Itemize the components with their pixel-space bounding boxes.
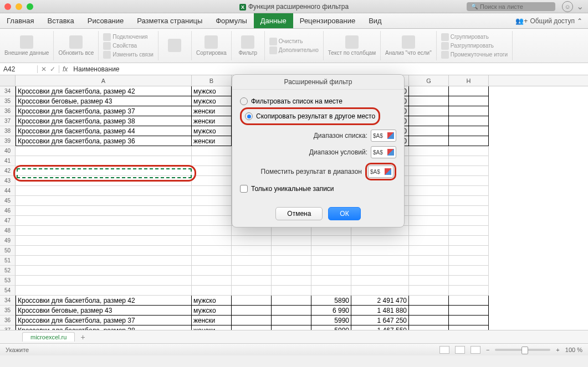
cell[interactable] — [449, 325, 489, 330]
copy-to-location-option[interactable]: Скопировать результат в другое место — [245, 112, 375, 120]
cell[interactable] — [449, 306, 489, 316]
cell[interactable] — [16, 226, 192, 236]
cell[interactable] — [449, 216, 489, 226]
cell[interactable] — [351, 236, 409, 246]
row-header[interactable]: 44 — [0, 186, 16, 196]
cell[interactable] — [272, 325, 311, 330]
cell[interactable] — [232, 296, 272, 306]
cell[interactable] — [449, 176, 489, 186]
row-header[interactable]: 38 — [0, 126, 16, 136]
cell[interactable] — [192, 266, 232, 276]
cell[interactable] — [16, 286, 192, 296]
row-header[interactable]: 46 — [0, 206, 16, 216]
cell[interactable] — [192, 176, 232, 186]
row-header[interactable]: 37 — [0, 116, 16, 126]
cell[interactable]: мужско — [192, 126, 232, 136]
properties-button[interactable]: Свойства — [103, 42, 137, 50]
cell[interactable] — [192, 206, 232, 216]
row-header[interactable]: 52 — [0, 266, 16, 276]
sort-az-button[interactable] — [158, 31, 192, 60]
cell[interactable] — [449, 186, 489, 196]
edit-links-button[interactable]: Изменить связи — [103, 51, 154, 59]
unique-records-checkbox[interactable]: Только уникальные записи — [240, 185, 396, 193]
table-row[interactable]: 53 — [0, 276, 588, 286]
cell[interactable] — [192, 186, 232, 196]
cell[interactable] — [311, 276, 351, 286]
cell[interactable] — [272, 236, 311, 246]
share-button[interactable]: 👥+Общий доступ ⌃ — [510, 17, 588, 25]
col-header-g[interactable]: G — [409, 75, 449, 86]
row-header[interactable]: 48 — [0, 226, 16, 236]
cell[interactable] — [449, 116, 489, 126]
cell[interactable]: 1 481 880 — [351, 306, 409, 316]
cell[interactable]: мужско — [192, 306, 232, 316]
cell[interactable] — [192, 256, 232, 266]
cell[interactable] — [409, 116, 449, 126]
col-header-a[interactable]: A — [16, 75, 192, 86]
cell[interactable] — [409, 246, 449, 256]
chevron-down-icon[interactable]: ⌄ — [576, 1, 584, 12]
page-layout-view-button[interactable] — [455, 346, 465, 354]
zoom-out-button[interactable]: − — [486, 347, 489, 353]
cell[interactable]: 1 647 250 — [351, 316, 409, 325]
cell[interactable] — [449, 246, 489, 256]
refresh-button[interactable]: Обновить все — [54, 31, 99, 60]
tab-draw[interactable]: Рисование — [81, 13, 130, 28]
cell[interactable] — [449, 226, 489, 236]
cell[interactable]: 5990 — [311, 316, 351, 325]
cell[interactable] — [449, 236, 489, 246]
row-header[interactable]: 47 — [0, 216, 16, 226]
cell[interactable] — [272, 316, 311, 325]
clear-button[interactable]: Очистить — [269, 38, 303, 45]
cell[interactable] — [192, 196, 232, 206]
row-header[interactable]: 49 — [0, 236, 16, 246]
cell[interactable] — [351, 256, 409, 266]
cell[interactable] — [16, 156, 192, 166]
cell[interactable] — [272, 296, 311, 306]
cell[interactable] — [192, 276, 232, 286]
table-row[interactable]: 36Кроссовки для баскетбола, размер 37жен… — [0, 316, 588, 325]
cell[interactable]: Кроссовки для баскетбола, размер 37 — [16, 106, 192, 116]
cell[interactable] — [16, 196, 192, 206]
tab-insert[interactable]: Вставка — [40, 13, 80, 28]
subtotal-button[interactable]: Промежуточные итоги — [441, 51, 508, 59]
cell[interactable] — [272, 256, 311, 266]
cell[interactable] — [232, 286, 272, 296]
cell[interactable]: Кроссовки для баскетбола, размер 36 — [16, 136, 192, 146]
cell[interactable] — [232, 266, 272, 276]
cell[interactable] — [409, 106, 449, 116]
cell[interactable] — [409, 256, 449, 266]
cell[interactable] — [16, 256, 192, 266]
cell[interactable] — [311, 236, 351, 246]
cell[interactable] — [409, 146, 449, 156]
cell[interactable] — [409, 276, 449, 286]
cell[interactable] — [16, 266, 192, 276]
cell[interactable] — [272, 306, 311, 316]
row-header[interactable]: 40 — [0, 146, 16, 156]
cell[interactable] — [409, 166, 449, 176]
normal-view-button[interactable] — [439, 346, 449, 354]
cell[interactable] — [16, 276, 192, 286]
row-header[interactable]: 34 — [0, 296, 16, 306]
cell[interactable] — [232, 256, 272, 266]
cell[interactable]: женски — [192, 325, 232, 330]
cell[interactable]: Кроссовки беговые, размер 43 — [16, 96, 192, 106]
cell[interactable]: Кроссовки для баскетбола, размер 38 — [16, 116, 192, 126]
advanced-button[interactable]: Дополнительно — [269, 46, 319, 54]
cell[interactable]: 5890 — [311, 296, 351, 306]
filter-in-place-option[interactable]: Фильтровать список на месте — [240, 97, 396, 105]
cell[interactable] — [311, 266, 351, 276]
search-input[interactable]: Поиск на листе — [467, 2, 555, 11]
table-row[interactable]: 51 — [0, 256, 588, 266]
cell[interactable] — [272, 286, 311, 296]
cell[interactable] — [449, 266, 489, 276]
table-row[interactable]: 37Кроссовки для баскетбола, размер 38жен… — [0, 325, 588, 330]
cell[interactable] — [409, 325, 449, 330]
cell[interactable] — [449, 166, 489, 176]
cell[interactable] — [409, 186, 449, 196]
name-box[interactable]: A42 — [0, 65, 38, 73]
cell[interactable] — [311, 286, 351, 296]
cell[interactable] — [351, 286, 409, 296]
cell[interactable] — [351, 276, 409, 286]
cell[interactable]: 5990 — [311, 325, 351, 330]
